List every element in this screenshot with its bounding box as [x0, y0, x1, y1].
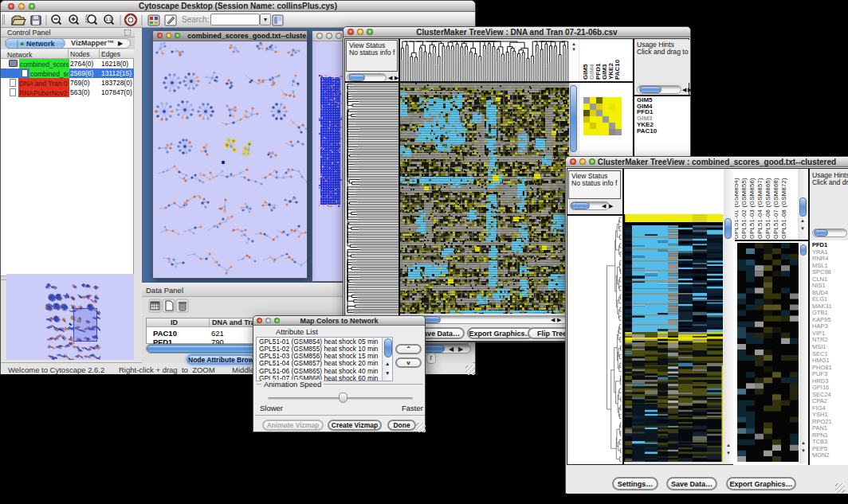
svg-text:1:1: 1:1 [106, 17, 112, 21]
